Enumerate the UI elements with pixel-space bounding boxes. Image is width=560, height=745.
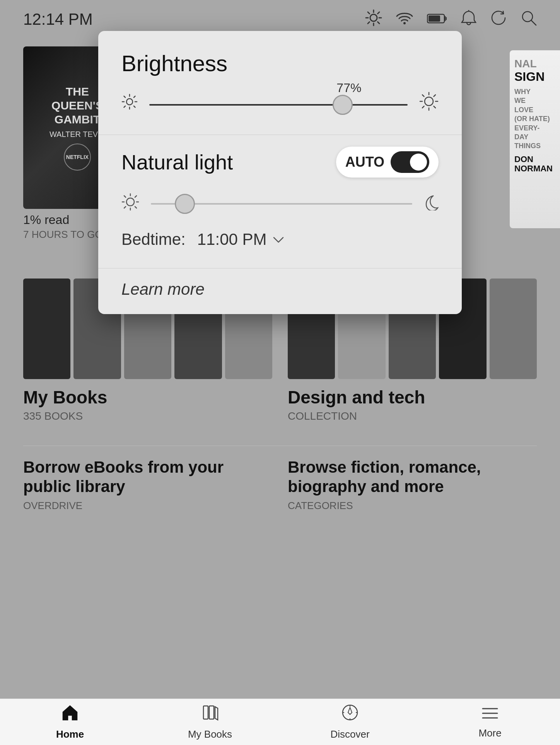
search-icon[interactable] [521, 10, 537, 29]
nav-home[interactable]: Home [0, 704, 140, 740]
natural-light-header: Natural light AUTO [121, 147, 439, 178]
bedtime-row: Bedtime: 11:00 PM [121, 230, 439, 249]
warmth-sun-icon [121, 193, 139, 215]
moon-icon [424, 194, 439, 214]
my-books-title: My Books [23, 387, 272, 408]
learn-more-link[interactable]: Learn more [121, 280, 205, 298]
book-cover-1 [23, 279, 70, 379]
warmth-slider-container [121, 193, 439, 215]
svg-line-39 [135, 196, 137, 197]
svg-line-13 [531, 21, 536, 25]
overdrive-title: Borrow eBooks from your public library [23, 458, 272, 497]
brightness-section: Brightness 77% [98, 31, 462, 135]
svg-line-5 [368, 12, 370, 14]
svg-line-20 [134, 106, 135, 108]
nav-my-books[interactable]: My Books [140, 704, 280, 740]
status-time: 12:14 PM [23, 10, 93, 29]
svg-line-38 [135, 207, 137, 208]
link-sections: Borrow eBooks from your public library O… [23, 446, 537, 512]
svg-marker-44 [348, 707, 352, 714]
categories-sub: CATEGORIES [288, 500, 537, 512]
menu-icon [481, 705, 499, 724]
nav-my-books-label: My Books [188, 728, 232, 740]
nav-more-label: More [478, 727, 501, 739]
auto-label: AUTO [345, 154, 384, 170]
books-icon [201, 704, 219, 725]
svg-line-22 [124, 106, 126, 108]
svg-line-40 [124, 207, 126, 208]
svg-point-23 [425, 97, 433, 106]
svg-line-30 [434, 95, 436, 97]
svg-point-9 [403, 22, 406, 24]
status-icons [365, 9, 537, 30]
toggle-switch[interactable] [391, 151, 429, 173]
svg-point-12 [522, 12, 533, 22]
overdrive-section[interactable]: Borrow eBooks from your public library O… [23, 458, 272, 512]
home-icon [61, 704, 79, 725]
nav-discover[interactable]: Discover [280, 704, 420, 740]
svg-point-14 [126, 99, 133, 105]
sun-icon [365, 9, 382, 30]
svg-point-32 [126, 198, 134, 206]
toggle-knob [410, 154, 427, 171]
svg-line-37 [124, 196, 126, 197]
auto-toggle[interactable]: AUTO [336, 147, 439, 178]
sun-large-icon [419, 92, 439, 115]
brightness-slider[interactable] [149, 104, 408, 106]
wifi-icon [396, 11, 413, 28]
learn-more-section: Learn more [98, 268, 462, 314]
categories-section[interactable]: Browse fiction, romance, biography and m… [288, 458, 537, 512]
design-tech-sub: COLLECTION [288, 410, 537, 422]
battery-icon [427, 11, 447, 28]
sun-small-icon [121, 94, 138, 114]
refresh-icon[interactable] [490, 10, 507, 29]
bottom-nav: Home My Books Discover [0, 699, 560, 745]
design-tech-title: Design and tech [288, 387, 537, 408]
panel-arrow [272, 31, 288, 32]
natural-light-section: Natural light AUTO [98, 135, 462, 268]
bedtime-time-selector[interactable]: 11:00 PM [197, 230, 284, 249]
svg-line-8 [368, 22, 370, 24]
compass-icon [341, 704, 359, 725]
warmth-slider[interactable] [151, 203, 412, 205]
svg-rect-42 [209, 706, 214, 719]
svg-line-7 [378, 12, 380, 14]
bedtime-time-value: 11:00 PM [197, 230, 267, 249]
nav-home-label: Home [56, 728, 84, 740]
svg-rect-41 [203, 706, 208, 719]
my-books-count: 335 BOOKS [23, 410, 272, 422]
brightness-slider-container: 77% [121, 92, 439, 115]
svg-point-0 [370, 14, 377, 21]
svg-line-6 [378, 22, 380, 24]
svg-line-28 [422, 95, 424, 97]
svg-line-21 [134, 96, 135, 97]
svg-line-31 [422, 106, 424, 108]
svg-line-19 [124, 96, 126, 97]
bell-icon [461, 9, 476, 30]
brightness-title: Brightness [121, 50, 439, 76]
brightness-slider-wrapper: 77% [149, 100, 408, 107]
brightness-percent: 77% [336, 81, 361, 95]
categories-title: Browse fiction, romance, biography and m… [288, 458, 537, 497]
svg-rect-11 [429, 15, 440, 22]
design-cover-5 [490, 279, 537, 379]
nav-more[interactable]: More [420, 705, 560, 739]
nav-discover-label: Discover [330, 728, 369, 740]
chevron-down-icon [273, 232, 284, 247]
overdrive-sub: OVERDRIVE [23, 500, 272, 512]
natural-light-title: Natural light [121, 150, 233, 174]
brightness-panel: Brightness 77% [98, 31, 462, 314]
right-book-partial: NAL SIGN WHYWELOVE(OR HATE)EVERY-DAYTHIN… [510, 50, 560, 228]
svg-line-29 [434, 106, 436, 108]
bedtime-label: Bedtime: [121, 230, 186, 249]
